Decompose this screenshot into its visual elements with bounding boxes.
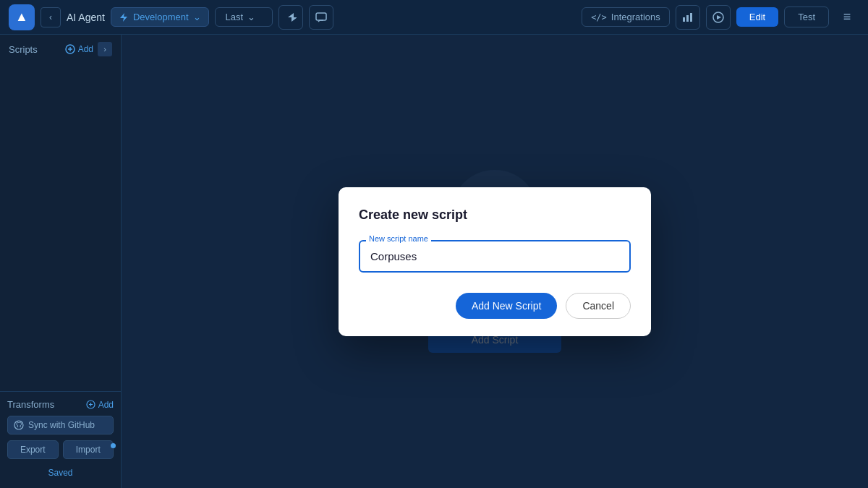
share-icon [285,12,297,23]
github-sync-button[interactable]: Sync with GitHub [7,416,114,435]
analytics-icon [682,12,694,23]
scripts-label: Scripts [9,44,38,55]
scripts-add-button[interactable]: Add [65,44,93,54]
play-button[interactable] [706,5,731,30]
svg-rect-3 [690,13,692,22]
content-area: No voice scripts in your project yet. Ad… [122,35,868,488]
test-button[interactable]: Test [784,7,829,27]
integrations-button[interactable]: </> Integrations [582,7,670,27]
environment-selector[interactable]: Development ⌄ [111,7,209,27]
plus-circle-small-icon [86,400,95,409]
create-script-modal: Create new script New script name Add Ne… [339,187,651,336]
add-new-script-button[interactable]: Add New Script [456,293,557,319]
main-layout: Scripts Add › Transforms [0,35,868,488]
back-button[interactable]: ‹ [41,7,61,27]
modal-title: Create new script [359,207,631,223]
chat-icon [315,12,327,23]
last-chevron-icon: ⌄ [247,12,255,22]
chat-button[interactable] [309,5,333,30]
last-label: Last [226,12,244,22]
edit-button[interactable]: Edit [736,7,778,27]
modal-overlay: Create new script New script name Add Ne… [122,35,868,488]
transforms-add-button[interactable]: Add [86,400,114,410]
last-selector[interactable]: Last ⌄ [215,7,273,27]
analytics-button[interactable] [676,5,700,30]
lightning-icon [119,12,129,22]
github-icon [14,420,24,430]
scripts-header-actions: Add › [65,42,112,56]
svg-rect-1 [683,17,685,22]
play-icon [712,12,724,23]
transforms-label: Transforms [7,399,54,410]
svg-rect-2 [686,15,689,22]
saved-label: Saved [7,465,114,481]
scripts-section-header: Scripts Add › [0,35,121,62]
app-title: AI Agent [67,12,105,23]
env-label: Development [133,12,189,22]
script-name-field: New script name [359,240,631,273]
sidebar-collapse-button[interactable]: › [98,42,112,56]
cancel-button[interactable]: Cancel [566,293,631,319]
code-icon: </> [591,12,607,22]
export-button[interactable]: Export [7,440,59,459]
chevron-down-icon: ⌄ [193,12,201,22]
plus-circle-icon [65,44,75,54]
svg-point-7 [14,421,23,429]
script-name-label: New script name [366,234,431,243]
sidebar-bottom: Transforms Add Sync with GitHub Export [0,391,121,488]
menu-button[interactable]: ≡ [835,5,859,30]
sidebar: Scripts Add › Transforms [0,35,122,488]
share-button[interactable] [278,5,303,30]
navbar: ▲ ‹ AI Agent Development ⌄ Last ⌄ </> In… [0,0,868,35]
import-button[interactable]: Import [63,440,114,459]
integrations-label: Integrations [611,12,660,22]
import-badge [111,443,116,448]
app-logo: ▲ [9,4,35,30]
svg-rect-0 [316,13,326,20]
modal-actions: Add New Script Cancel [359,293,631,319]
script-name-input[interactable] [359,240,631,273]
transforms-row: Transforms Add [7,399,114,410]
bottom-actions: Export Import [7,440,114,459]
github-label: Sync with GitHub [28,420,95,430]
